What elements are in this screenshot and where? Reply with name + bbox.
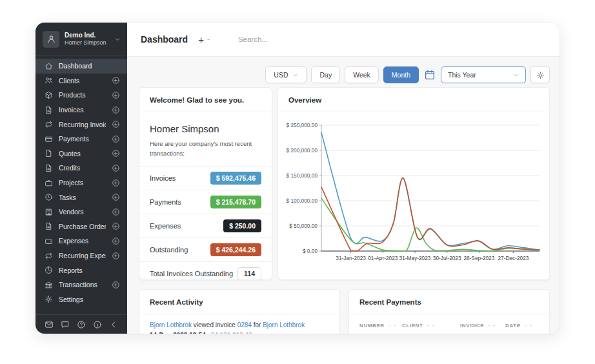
plus-circle-icon[interactable] [112,149,120,157]
activity-link[interactable]: Bjorn Lothbrok [263,321,305,329]
sidebar-item-label: Reports [59,267,120,274]
plus-circle-icon[interactable] [112,106,120,114]
chevron-down-icon [114,36,121,43]
sidebar-item-clients[interactable]: Clients [35,74,127,88]
box-icon [45,91,53,99]
plus-circle-icon[interactable] [112,120,120,128]
period-week-button[interactable]: Week [345,66,379,83]
welcome-card: Welcome! Glad to see you. Homer Simpson … [139,87,272,280]
column-header-client[interactable]: CLIENT [402,323,460,329]
plus-circle-icon[interactable] [112,164,120,172]
plus-circle-icon[interactable] [112,252,120,260]
chevron-down-icon [513,72,519,78]
file-icon [45,149,53,157]
collapse-sidebar-icon[interactable] [109,320,118,329]
svg-text:28-Sep-2023: 28-Sep-2023 [463,255,494,261]
sidebar-item-label: Recurring Invoices [59,121,106,128]
sidebar-item-label: Tasks [59,194,106,201]
column-header-number[interactable]: NUMBER [359,323,402,329]
activity-plain-text: viewed invoice [192,321,237,329]
activity-link[interactable]: Bjorn Lothbrok [150,321,192,329]
currency-select[interactable]: USD [265,66,307,83]
column-header-invoice[interactable]: INVOICE [460,323,505,329]
sidebar-item-credits[interactable]: Credits [35,161,127,176]
help-icon[interactable] [77,320,86,329]
sidebar-item-products[interactable]: Products [35,88,127,103]
page-title: Dashboard [141,34,188,45]
sidebar-item-projects[interactable]: Projects [35,176,127,190]
dashboard-settings-button[interactable] [530,66,550,83]
pie-chart-icon [45,266,53,274]
sidebar-item-label: Dashboard [59,62,120,70]
add-button[interactable]: + [198,34,211,45]
sort-icons[interactable] [523,323,533,328]
activity-date: 14-Dec-2023 13:54 [150,332,206,334]
chat-icon[interactable] [61,320,70,329]
svg-text:31-May-2023: 31-May-2023 [399,255,431,261]
total-invoices-outstanding-value: 114 [237,267,261,280]
clock-icon [45,193,53,201]
plus-circle-icon[interactable] [112,135,120,143]
welcome-card-body: Homer Simpson Here are your company's mo… [139,112,272,166]
sidebar-item-label: Products [59,91,106,99]
recent-payments-header: Recent Payments [349,290,549,314]
plus-circle-icon[interactable] [112,208,120,216]
total-invoices-outstanding-label: Total Invoices Outstanding [150,270,233,278]
envelope-icon[interactable] [45,320,54,329]
sidebar-item-label: Expenses [59,237,106,245]
sidebar-item-purchase-orders[interactable]: Purchase Orders [35,219,127,234]
expenses-metric-row: Expenses$ 250.00 [139,214,272,238]
date-range-value: This Year [448,71,476,79]
sidebar-item-recurring-invoices[interactable]: Recurring Invoices [35,117,127,132]
sort-icons[interactable] [487,323,496,328]
sidebar-item-invoices[interactable]: Invoices [35,103,127,117]
plus-circle-icon[interactable] [112,193,120,201]
recent-payments-card: Recent Payments NUMBERCLIENTINVOICEDATE [348,289,550,334]
date-range-select[interactable]: This Year [441,66,526,83]
sidebar-item-transactions[interactable]: Transactions [35,278,127,292]
plus-circle-icon[interactable] [112,281,120,289]
column-label: CLIENT [402,323,423,329]
sidebar-item-vendors[interactable]: Vendors [35,205,127,219]
column-header-date[interactable]: DATE [505,323,533,329]
cards-row-2: Recent Activity Bjorn Lothbrok viewed in… [139,289,550,334]
sidebar-item-settings[interactable]: Settings [35,292,127,307]
sidebar-item-reports[interactable]: Reports [35,263,127,278]
sidebar-item-label: Settings [59,296,120,303]
chevron-down-icon [206,37,211,42]
activity-link[interactable]: 0284 [237,321,252,329]
company-switcher[interactable]: Demo Ind. Homer Simpson [35,23,127,56]
plus-icon: + [198,34,204,45]
sidebar-menu: DashboardClientsProductsInvoicesRecurrin… [35,56,127,314]
plus-circle-icon[interactable] [112,76,120,85]
sort-icons[interactable] [387,323,397,328]
activity-plain-text: for [252,321,263,329]
svg-text:$ 200,000.00: $ 200,000.00 [287,147,318,154]
plus-circle-icon[interactable] [112,179,120,187]
period-day-button[interactable]: Day [311,66,340,83]
sidebar-item-quotes[interactable]: Quotes [35,147,127,161]
sidebar-item-recurring-expenses[interactable]: Recurring Expenses [35,248,127,263]
info-icon[interactable] [93,320,102,329]
search-input[interactable] [238,35,380,43]
repeat-icon [45,252,53,260]
overview-card: Overview $ 250,000.00$ 200,000.00$ 150,0… [277,87,550,280]
payments-metric-row: Payments$ 215,478.70 [139,190,272,214]
sidebar-item-payments[interactable]: Payments [35,132,127,147]
plus-circle-icon[interactable] [112,222,120,230]
overview-chart: $ 250,000.00$ 200,000.00$ 150,000.00$ 10… [278,112,549,272]
plus-circle-icon[interactable] [112,237,120,245]
plus-circle-icon[interactable] [112,91,120,99]
calendar-icon[interactable] [423,69,436,81]
welcome-card-header: Welcome! Glad to see you. [139,88,272,112]
svg-text:30-Jul-2023: 30-Jul-2023 [433,255,461,261]
sidebar-item-tasks[interactable]: Tasks [35,190,127,205]
sort-icons[interactable] [426,323,436,328]
period-month-button[interactable]: Month [383,66,419,83]
svg-text:31-Jan-2023: 31-Jan-2023 [336,255,366,261]
sidebar-item-dashboard[interactable]: Dashboard [35,59,127,74]
repeat-icon [45,120,53,128]
welcome-metrics: Invoices$ 592,475.46Payments$ 215,478.70… [139,166,272,261]
credit-card-icon [45,135,53,143]
sidebar-item-expenses[interactable]: Expenses [35,234,127,248]
